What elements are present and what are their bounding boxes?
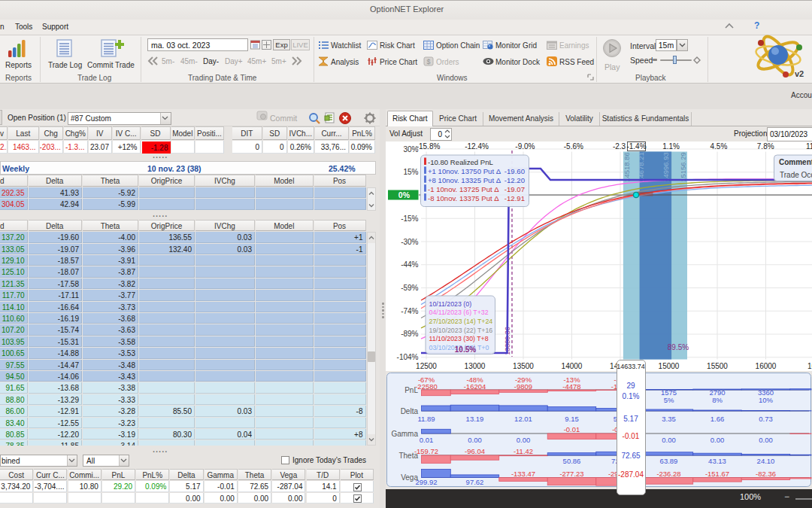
- svg-text:0.00: 0.00: [468, 436, 482, 444]
- svg-text:-133.47: -133.47: [511, 470, 535, 478]
- svg-text:5%: 5%: [664, 396, 674, 404]
- svg-text:0.00: 0.00: [517, 436, 531, 444]
- svg-text:-22580: -22580: [415, 382, 438, 391]
- svg-text:-89%: -89%: [401, 330, 418, 338]
- svg-text:14996.93: 14996.93: [662, 152, 670, 182]
- svg-text:-15.8%: -15.8%: [417, 142, 441, 151]
- svg-text:-12.91: -12.91: [504, 194, 525, 202]
- svg-text:-1 10nov. 13725 Put Δ: -1 10nov. 13725 Put Δ: [428, 185, 499, 193]
- svg-text:-16204: -16204: [464, 382, 486, 391]
- svg-text:-159.72: -159.72: [414, 447, 438, 455]
- svg-text:12.01: 12.01: [514, 415, 532, 423]
- svg-text:-151.67: -151.67: [705, 470, 729, 478]
- svg-text:Comments: Comments: [779, 158, 812, 166]
- svg-text:14678.21: 14678.21: [637, 152, 645, 182]
- svg-text:-277.23: -277.23: [559, 470, 583, 478]
- svg-text:-8 10nov. 13375 Put Δ: -8 10nov. 13375 Put Δ: [428, 194, 499, 202]
- svg-text:-74%: -74%: [401, 307, 418, 315]
- svg-text:-9809: -9809: [514, 382, 532, 391]
- svg-text:16000: 16000: [756, 362, 777, 370]
- svg-text:-9.0%: -9.0%: [515, 142, 535, 151]
- svg-text:30%: 30%: [403, 145, 418, 154]
- svg-text:-11.42: -11.42: [514, 447, 533, 455]
- svg-text:12500: 12500: [416, 362, 437, 370]
- svg-text:10/11/2023 (0): 10/11/2023 (0): [429, 300, 472, 308]
- svg-text:11.2%: 11.2%: [806, 142, 812, 151]
- svg-text:1.1%: 1.1%: [662, 142, 680, 151]
- svg-text:10.5%: 10.5%: [455, 345, 476, 354]
- svg-text:-5.6%: -5.6%: [564, 142, 583, 151]
- svg-text:43.13: 43.13: [708, 457, 726, 465]
- svg-text:50.86: 50.86: [563, 457, 581, 465]
- svg-text:15156.29: 15156.29: [679, 152, 687, 182]
- svg-text:0.00: 0.00: [662, 436, 676, 444]
- svg-text:-19.60: -19.60: [504, 167, 525, 175]
- svg-text:-0.01: -0.01: [564, 425, 580, 433]
- svg-text:0.00: 0.00: [759, 436, 773, 444]
- svg-text:14000: 14000: [562, 362, 583, 370]
- svg-text:Delta: Delta: [401, 407, 419, 415]
- svg-text:-44%: -44%: [401, 260, 418, 269]
- svg-text:-236.28: -236.28: [656, 470, 680, 478]
- svg-text:-30%: -30%: [401, 238, 418, 246]
- svg-text:-12.4%: -12.4%: [465, 142, 489, 151]
- svg-text:14518.86: 14518.86: [623, 152, 631, 182]
- svg-text:3.35: 3.35: [662, 415, 676, 423]
- svg-text:13500: 13500: [513, 362, 534, 370]
- svg-text:4.5%: 4.5%: [710, 142, 728, 151]
- svg-text:11.89: 11.89: [417, 415, 435, 423]
- svg-text:13.19: 13.19: [466, 415, 484, 423]
- svg-text:-15%: -15%: [401, 214, 418, 223]
- svg-text:15%: 15%: [403, 168, 418, 176]
- svg-text:Trade Occu: Trade Occu: [780, 171, 812, 179]
- svg-text:-104%: -104%: [397, 353, 419, 361]
- svg-text:24.10: 24.10: [757, 457, 775, 465]
- svg-text:04/11/2023 (6) T+32: 04/11/2023 (6) T+32: [429, 309, 489, 316]
- svg-text:-96.04: -96.04: [465, 447, 485, 455]
- svg-text:13000: 13000: [465, 362, 486, 370]
- svg-text:Gamma: Gamma: [391, 430, 418, 438]
- svg-text:15000: 15000: [659, 362, 680, 370]
- svg-text:10%: 10%: [759, 396, 774, 404]
- svg-text:8%: 8%: [712, 396, 723, 404]
- svg-text:1.66: 1.66: [710, 415, 725, 423]
- svg-text:-12.20: -12.20: [504, 176, 525, 184]
- svg-text:$: $: [426, 58, 430, 65]
- svg-text:97.62: 97.62: [466, 478, 484, 486]
- svg-text:0.01: 0.01: [420, 436, 434, 444]
- svg-text:+1 10nov. 13750 Put Δ: +1 10nov. 13750 Put Δ: [428, 167, 501, 175]
- svg-text:-4478: -4478: [562, 382, 580, 391]
- svg-text:15500: 15500: [707, 362, 728, 370]
- svg-text:-2.3: -2.3: [613, 142, 626, 151]
- svg-text:+8 10nov. 13325 Put Δ: +8 10nov. 13325 Put Δ: [428, 176, 501, 184]
- svg-text:7.8%: 7.8%: [757, 142, 774, 151]
- svg-text:0.73: 0.73: [759, 415, 773, 423]
- svg-text:v2: v2: [795, 69, 804, 78]
- svg-text:-59%: -59%: [401, 284, 418, 292]
- svg-text:63.89: 63.89: [660, 457, 678, 465]
- svg-text:-1.4%: -1.4%: [626, 142, 646, 151]
- svg-text:-10.80 Realized PnL: -10.80 Realized PnL: [428, 158, 494, 166]
- svg-text:-19.07: -19.07: [504, 185, 525, 193]
- svg-text:11/10/2023 (30) T+8: 11/10/2023 (30) T+8: [429, 335, 489, 342]
- svg-text:299.92: 299.92: [415, 478, 437, 486]
- svg-text:89.5%: 89.5%: [668, 343, 689, 351]
- svg-text:0.00: 0.00: [710, 436, 725, 444]
- svg-text:0%: 0%: [398, 190, 411, 199]
- svg-text:9.15: 9.15: [565, 415, 579, 423]
- svg-text:16500: 16500: [807, 362, 812, 370]
- svg-text:19/10/2023 (22) T+16: 19/10/2023 (22) T+16: [429, 327, 493, 334]
- svg-text:27/10/2023 (14) T+24: 27/10/2023 (14) T+24: [429, 318, 493, 325]
- svg-text:-82.36: -82.36: [756, 470, 776, 478]
